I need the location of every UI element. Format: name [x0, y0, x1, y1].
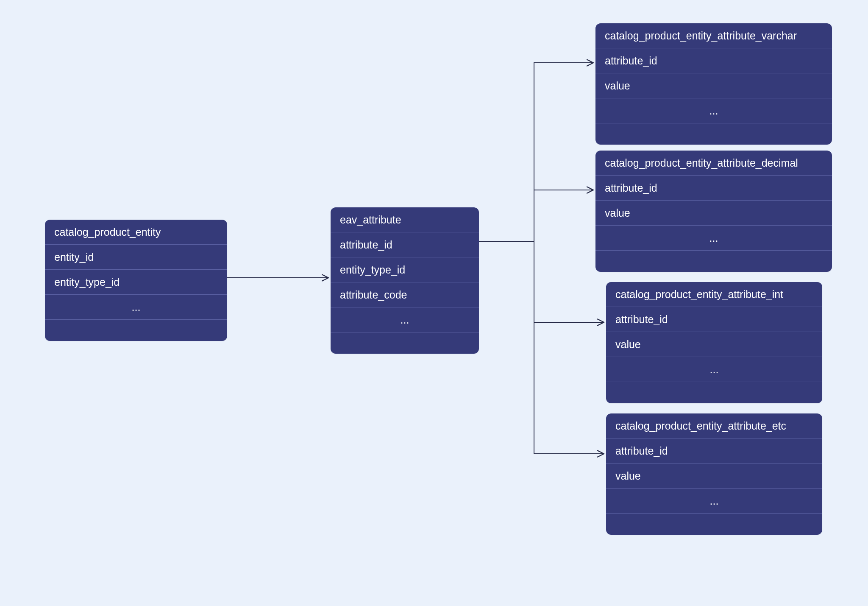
entity-ellipsis: ... [45, 295, 227, 320]
entity-title: eav_attribute [331, 207, 479, 232]
entity-field: entity_type_id [45, 270, 227, 295]
entity-ellipsis: ... [606, 357, 822, 382]
entity-title: catalog_product_entity [45, 220, 227, 245]
entity-field: value [606, 464, 822, 489]
entity-catalog-product-entity[interactable]: catalog_product_entity entity_id entity_… [45, 220, 227, 341]
entity-field: attribute_code [331, 282, 479, 307]
entity-field: attribute_id [606, 307, 822, 332]
entity-ellipsis: ... [331, 307, 479, 332]
entity-blank-row [45, 320, 227, 341]
entity-field: entity_id [45, 245, 227, 270]
entity-field: entity_type_id [331, 257, 479, 282]
entity-field: value [606, 332, 822, 357]
entity-title: catalog_product_entity_attribute_decimal [595, 151, 832, 176]
entity-eav-attribute[interactable]: eav_attribute attribute_id entity_type_i… [331, 207, 479, 354]
entity-ellipsis: ... [606, 489, 822, 514]
entity-attribute-etc[interactable]: catalog_product_entity_attribute_etc att… [606, 413, 822, 535]
entity-field: attribute_id [331, 232, 479, 257]
entity-field: attribute_id [595, 48, 832, 73]
entity-blank-row [595, 251, 832, 272]
entity-title: catalog_product_entity_attribute_varchar [595, 23, 832, 48]
entity-ellipsis: ... [595, 226, 832, 251]
entity-field: attribute_id [606, 438, 822, 464]
entity-attribute-int[interactable]: catalog_product_entity_attribute_int att… [606, 282, 822, 403]
entity-blank-row [606, 514, 822, 535]
entity-blank-row [595, 123, 832, 145]
entity-field: value [595, 73, 832, 98]
entity-field: value [595, 201, 832, 226]
entity-title: catalog_product_entity_attribute_etc [606, 413, 822, 438]
entity-title: catalog_product_entity_attribute_int [606, 282, 822, 307]
diagram-canvas: catalog_product_entity entity_id entity_… [0, 0, 868, 606]
entity-blank-row [606, 382, 822, 403]
entity-attribute-varchar[interactable]: catalog_product_entity_attribute_varchar… [595, 23, 832, 145]
entity-ellipsis: ... [595, 98, 832, 123]
entity-blank-row [331, 332, 479, 354]
entity-attribute-decimal[interactable]: catalog_product_entity_attribute_decimal… [595, 151, 832, 272]
entity-field: attribute_id [595, 176, 832, 201]
